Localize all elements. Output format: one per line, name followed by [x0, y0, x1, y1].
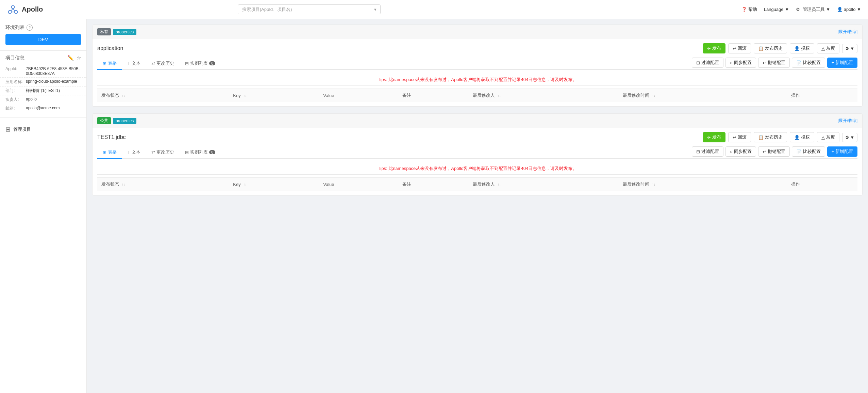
ns1-add-button[interactable]: + 新增配置	[827, 58, 857, 68]
ns2-auth-button[interactable]: 👤 授权	[790, 132, 814, 142]
ns1-tips: Tips: 此namespace从来没有发布过，Apollo客户端将获取不到配置…	[97, 74, 857, 86]
admin-tools-dropdown[interactable]: ⚙ 管理员工具 ▼	[796, 6, 830, 13]
publish-plane-icon: ✈	[707, 46, 711, 51]
ns2-gray-button[interactable]: △ 灰度	[817, 132, 839, 142]
dept-value: 样例部门1(TEST1)	[26, 88, 60, 94]
ns1-expand-link[interactable]: [展开/收缩]	[838, 29, 857, 35]
manage-project-label: 管理项目	[13, 126, 31, 132]
ns2-col-time: 最后修改时间 ↑↓	[619, 178, 787, 191]
svg-point-2	[15, 10, 18, 13]
ns1-filter-button[interactable]: ⊟ 过滤配置	[692, 58, 723, 68]
time-sort-icon[interactable]: ↑↓	[652, 94, 655, 97]
ns2-instance-count: 0	[209, 150, 215, 154]
ns2-title-row: TEST1.jdbc ✈ 发布 ↩ 回滚 📋 发布历史	[97, 132, 857, 142]
help-link[interactable]: ❓ 帮助	[741, 6, 757, 13]
ns2-compare-icon: 📄	[796, 149, 802, 154]
sidebar-divider-2	[0, 117, 86, 117]
ns1-publish-button[interactable]: ✈ 发布	[703, 43, 725, 53]
ns2-col-action: 操作	[787, 178, 857, 191]
svg-point-0	[12, 5, 15, 9]
ns2-compare-button[interactable]: 📄 比较配置	[792, 146, 825, 157]
ns2-table-icon: ⊞	[103, 150, 106, 155]
ns2-tab-table[interactable]: ⊞ 表格	[97, 146, 122, 159]
ns2-status-sort-icon[interactable]: ↑↓	[122, 183, 125, 186]
ns1-col-value: Value	[319, 89, 398, 102]
ns2-body: TEST1.jdbc ✈ 发布 ↩ 回滚 📋 发布历史	[93, 128, 862, 195]
env-section: 环境列表 ? DEV	[0, 25, 86, 45]
ns2-tab-text[interactable]: T 文本	[122, 146, 146, 159]
logo-text: Apollo	[22, 5, 43, 13]
search-input[interactable]: 搜索项目(AppId、项目名)	[238, 4, 381, 14]
ns2-publish-icon: ✈	[707, 135, 711, 140]
cancel-icon: ↩	[763, 60, 766, 65]
env-help-icon[interactable]: ?	[27, 25, 33, 31]
status-sort-icon[interactable]: ↑↓	[122, 94, 125, 97]
ns2-text-icon: T	[128, 150, 130, 155]
ns1-gray-button[interactable]: △ 灰度	[817, 43, 839, 53]
ns1-sync-button[interactable]: ○ 同步配置	[725, 58, 756, 68]
ns2-add-button[interactable]: + 新增配置	[827, 146, 857, 157]
ns2-filter-button[interactable]: ⊟ 过滤配置	[692, 146, 723, 157]
user-icon: 👤	[837, 7, 842, 12]
ns1-table: 发布状态 ↑↓ Key ↑↓ Value 备注 最后修改人 ↑↓	[97, 89, 857, 102]
ns2-col-modifier: 最后修改人 ↑↓	[469, 178, 619, 191]
ns1-auth-button[interactable]: 👤 授权	[790, 43, 814, 53]
ns2-tab-instances[interactable]: ⊟ 实例列表 0	[180, 146, 221, 159]
user-dropdown[interactable]: 👤 apollo ▼	[837, 7, 861, 12]
dept-row: 部门: 样例部门1(TEST1)	[0, 87, 86, 95]
svg-line-4	[13, 9, 15, 11]
ns1-type-badge: properties	[113, 29, 136, 35]
ns2-key-sort-icon[interactable]: ↑↓	[243, 183, 247, 186]
ns1-compare-button[interactable]: 📄 比较配置	[792, 58, 825, 68]
ns1-gear-button[interactable]: ⚙ ▼	[842, 44, 857, 53]
language-dropdown[interactable]: Language ▼	[764, 7, 789, 12]
ns1-col-time: 最后修改时间 ↑↓	[619, 89, 787, 102]
ns1-cancel-button[interactable]: ↩ 撤销配置	[758, 58, 790, 68]
ns1-tab-action-row: ⊞ 表格 T 文本 ⇄ 更改历史 ⊟ 实例列表	[97, 58, 857, 70]
ns2-cancel-button[interactable]: ↩ 撤销配置	[758, 146, 790, 157]
layout: 环境列表 ? DEV 项目信息 ✏️ ☆ AppId: 7BBB492B-62F…	[0, 19, 868, 393]
text-icon: T	[128, 61, 130, 66]
key-sort-icon[interactable]: ↑↓	[243, 94, 247, 97]
gear-icon: ⚙	[796, 7, 800, 12]
logo: Apollo	[7, 3, 54, 16]
project-info-header: 项目信息 ✏️ ☆	[0, 55, 86, 61]
ns2-publish-button[interactable]: ✈ 发布	[703, 132, 725, 142]
sync-icon: ○	[730, 60, 733, 65]
ns2-sync-button[interactable]: ○ 同步配置	[725, 146, 756, 157]
ns1-header: 私有 properties [展开/收缩]	[93, 25, 862, 39]
ns1-title-row: application ✈ 发布 ↩ 回滚 📋 发布历史	[97, 43, 857, 53]
env-list-label: 环境列表 ?	[5, 25, 81, 31]
ns2-tips: Tips: 此namespace从来没有发布过，Apollo客户端将获取不到配置…	[97, 163, 857, 175]
ns2-tab-history[interactable]: ⇄ 更改历史	[146, 146, 180, 159]
apollo-logo-icon	[7, 3, 19, 16]
ns2-type-badge: properties	[113, 118, 136, 124]
user-arrow-icon: ▼	[857, 7, 861, 12]
ns2-gear-button[interactable]: ⚙ ▼	[842, 133, 857, 142]
ns2-history-button[interactable]: 📋 发布历史	[754, 132, 787, 142]
sidebar: 环境列表 ? DEV 项目信息 ✏️ ☆ AppId: 7BBB492B-62F…	[0, 19, 87, 393]
manage-project-item[interactable]: ⊞ 管理项目	[0, 122, 86, 137]
ns2-modifier-sort-icon[interactable]: ↑↓	[498, 183, 501, 186]
star-icon[interactable]: ☆	[77, 55, 81, 61]
ns1-actions: ✈ 发布 ↩ 回滚 📋 发布历史 👤 授权	[703, 43, 857, 53]
app-name-row: 应用名称: spring-cloud-apollo-example	[0, 78, 86, 87]
dev-env-button[interactable]: DEV	[5, 34, 81, 45]
ns1-action-buttons: ⊟ 过滤配置 ○ 同步配置 ↩ 撤销配置 📄	[692, 58, 857, 69]
ns1-col-key: Key ↑↓	[229, 89, 319, 102]
ns2-rollback-button[interactable]: ↩ 回滚	[728, 132, 751, 142]
admin-arrow-icon: ▼	[826, 7, 830, 12]
edit-icon[interactable]: ✏️	[67, 55, 74, 61]
ns1-tab-text[interactable]: T 文本	[122, 58, 146, 70]
ns1-tab-instances[interactable]: ⊟ 实例列表 0	[180, 58, 221, 70]
modifier-sort-icon[interactable]: ↑↓	[498, 94, 501, 97]
ns1-rollback-button[interactable]: ↩ 回滚	[728, 43, 751, 53]
dept-label: 部门:	[5, 88, 26, 94]
ns2-col-status: 发布状态 ↑↓	[97, 178, 229, 191]
ns2-time-sort-icon[interactable]: ↑↓	[652, 183, 655, 186]
ns1-tab-history[interactable]: ⇄ 更改历史	[146, 58, 180, 70]
ns1-tab-table[interactable]: ⊞ 表格	[97, 58, 122, 70]
ns2-expand-link[interactable]: [展开/收缩]	[838, 118, 857, 124]
ns1-history-button[interactable]: 📋 发布历史	[754, 43, 787, 53]
email-label: 邮箱:	[5, 106, 26, 111]
